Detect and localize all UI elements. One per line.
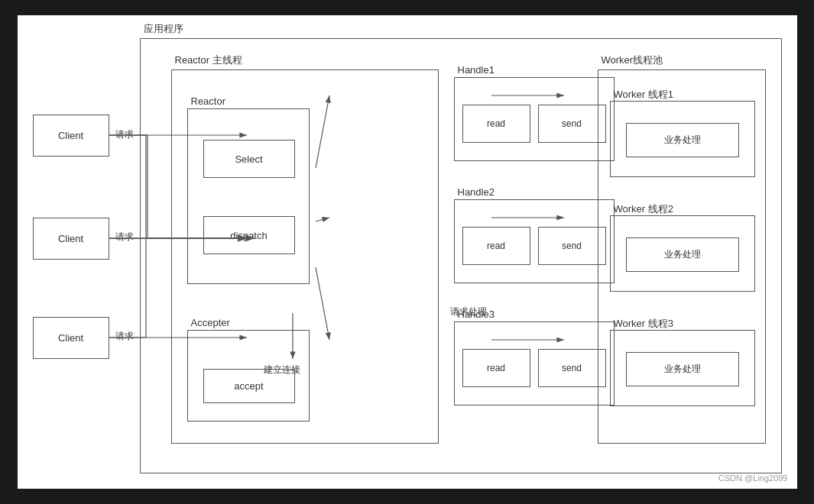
worker-box-2: Worker 线程2 业务处理 bbox=[610, 215, 755, 292]
handle1-send: send bbox=[538, 105, 606, 143]
client-box-1: Client bbox=[33, 115, 109, 157]
reactor-main-box: Reactor 主线程 Reactor Select dispatch Acce… bbox=[171, 69, 439, 444]
worker-task-1: 业务处理 bbox=[626, 123, 739, 157]
handle-box-1: Handle1 read send bbox=[454, 77, 615, 161]
handle1-read: read bbox=[462, 105, 530, 143]
worker-task-2: 业务处理 bbox=[626, 237, 739, 272]
app-box: 应用程序 Reactor 主线程 Reactor Select dispatch… bbox=[140, 38, 782, 473]
client-box-2: Client bbox=[33, 218, 109, 260]
app-label: 应用程序 bbox=[144, 22, 183, 36]
handle-label-3: Handle3 bbox=[458, 309, 495, 320]
worker-label-2: Worker 线程2 bbox=[614, 202, 674, 216]
handle3-send: send bbox=[538, 349, 606, 387]
worker-pool-label: Worker线程池 bbox=[602, 53, 663, 67]
request-label-2: 请求 bbox=[115, 231, 134, 244]
handle-box-2: Handle2 read send bbox=[454, 199, 615, 283]
reactor-main-label: Reactor 主线程 bbox=[175, 53, 242, 67]
accepter-label: Accepter bbox=[191, 317, 230, 328]
accept-box: accept bbox=[203, 369, 295, 403]
watermark: CSDN @Ling2099 bbox=[718, 473, 788, 483]
worker-box-3: Worker 线程3 业务处理 bbox=[610, 330, 755, 406]
handle3-read: read bbox=[462, 349, 530, 387]
dispatch-box: dispatch bbox=[203, 216, 295, 254]
accepter-box: Accepter accept bbox=[187, 330, 310, 422]
handle2-send: send bbox=[538, 227, 606, 265]
worker-task-3: 业务处理 bbox=[626, 352, 739, 386]
main-canvas: Client Client Client 请求 请求 请求 建立连接 请求处理 … bbox=[18, 15, 797, 489]
request-label-3: 请求 bbox=[115, 330, 134, 343]
handle2-read: read bbox=[462, 227, 530, 265]
worker-pool-box: Worker线程池 Worker 线程1 业务处理 Worker 线程2 业务处… bbox=[598, 69, 766, 444]
client-box-3: Client bbox=[33, 317, 109, 359]
handle-label-1: Handle1 bbox=[458, 64, 495, 76]
reactor-label: Reactor bbox=[191, 95, 226, 107]
worker-label-3: Worker 线程3 bbox=[614, 317, 674, 331]
select-box: Select bbox=[203, 140, 295, 178]
reactor-inner-box: Reactor Select dispatch bbox=[187, 108, 310, 284]
handle-label-2: Handle2 bbox=[458, 186, 495, 198]
request-label-1: 请求 bbox=[115, 128, 134, 141]
worker-label-1: Worker 线程1 bbox=[614, 88, 674, 102]
handle-box-3: Handle3 read send bbox=[454, 321, 615, 405]
worker-box-1: Worker 线程1 业务处理 bbox=[610, 101, 755, 177]
